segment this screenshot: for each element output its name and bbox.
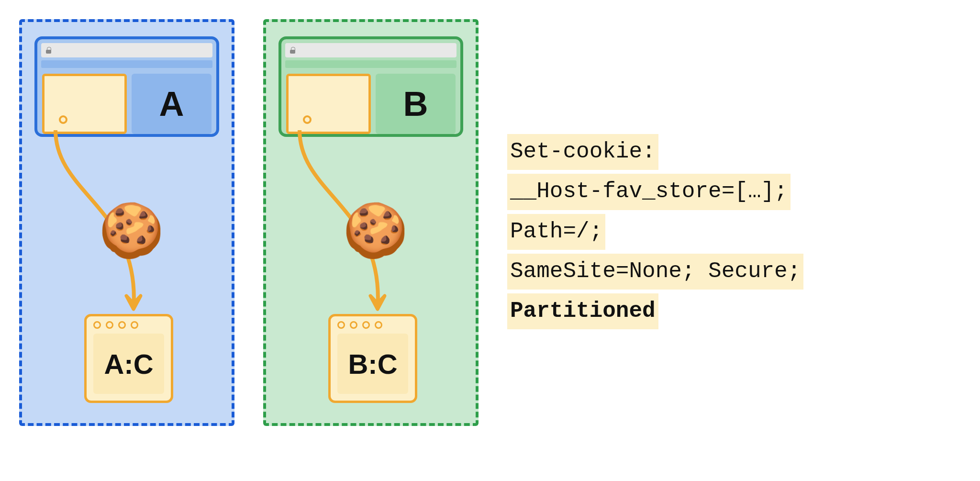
url-bar <box>285 43 457 57</box>
top-level-site-box: A <box>132 74 212 134</box>
cookie-icon: 🍪 <box>343 204 408 257</box>
set-cookie-header: Set-cookie: __Host-fav_store=[…]; Path=/… <box>507 134 803 333</box>
jar-label-b: B:C <box>348 348 397 380</box>
embedded-iframe <box>286 74 371 134</box>
browser-window-a: A <box>34 36 219 137</box>
tab-strip <box>285 60 457 68</box>
site-label-a: A <box>159 84 184 123</box>
browser-window-b: B <box>278 36 463 137</box>
jar-content: B:C <box>337 334 408 394</box>
code-line-1: Set-cookie: <box>507 134 658 170</box>
partition-site-b: B 🍪 B:C <box>263 19 479 426</box>
cookie-jar-b: B:C <box>328 314 417 403</box>
partition-site-a: A 🍪 A:C <box>19 19 234 426</box>
code-line-partitioned: Partitioned <box>507 293 658 329</box>
browser-content: A <box>37 71 216 134</box>
lock-icon <box>290 47 295 54</box>
site-label-b: B <box>403 84 428 123</box>
top-level-site-box: B <box>376 74 456 134</box>
url-bar <box>41 43 212 57</box>
connector-anchor <box>303 115 312 124</box>
lock-icon <box>46 47 51 54</box>
jar-content: A:C <box>93 334 164 394</box>
code-line-2: __Host-fav_store=[…]; <box>507 174 791 210</box>
cookie-jar-a: A:C <box>84 314 173 403</box>
cookie-icon: 🍪 <box>99 204 164 257</box>
embedded-iframe <box>42 74 127 134</box>
tab-strip <box>41 60 212 68</box>
jar-label-a: A:C <box>104 348 153 380</box>
jar-window-controls <box>337 321 408 329</box>
code-line-4: SameSite=None; Secure; <box>507 254 803 290</box>
connector-anchor <box>59 115 67 124</box>
code-line-3: Path=/; <box>507 214 605 250</box>
browser-content: B <box>281 71 460 134</box>
jar-window-controls <box>93 321 164 329</box>
diagram-canvas: A 🍪 A:C <box>19 19 961 426</box>
